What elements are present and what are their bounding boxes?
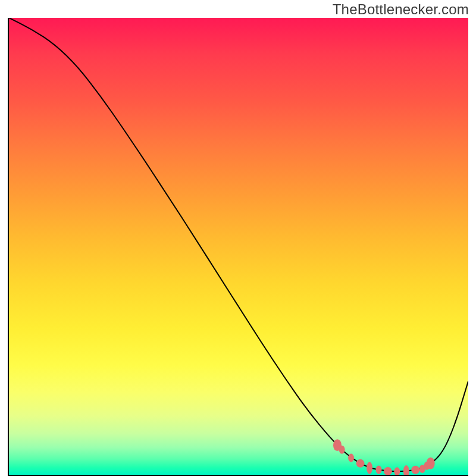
curve-layer xyxy=(9,18,468,475)
optimal-marker-dot xyxy=(394,467,400,475)
plot-area xyxy=(8,18,468,476)
optimal-marker-dot xyxy=(384,467,392,475)
chart-frame: TheBottleneсker.com xyxy=(0,0,476,476)
attribution-label: TheBottleneсker.com xyxy=(333,1,469,18)
optimal-marker-dot xyxy=(367,462,372,474)
optimal-marker-dot xyxy=(339,446,345,454)
optimal-marker-dot xyxy=(427,458,435,469)
optimal-marker-dot xyxy=(356,459,365,468)
optimal-marker-dot xyxy=(403,465,409,475)
optimal-marker-dot xyxy=(376,466,382,474)
optimal-range-markers xyxy=(333,439,435,475)
bottleneck-curve xyxy=(9,18,468,471)
optimal-marker-dot xyxy=(348,454,354,462)
optimal-marker-dot xyxy=(411,466,419,474)
